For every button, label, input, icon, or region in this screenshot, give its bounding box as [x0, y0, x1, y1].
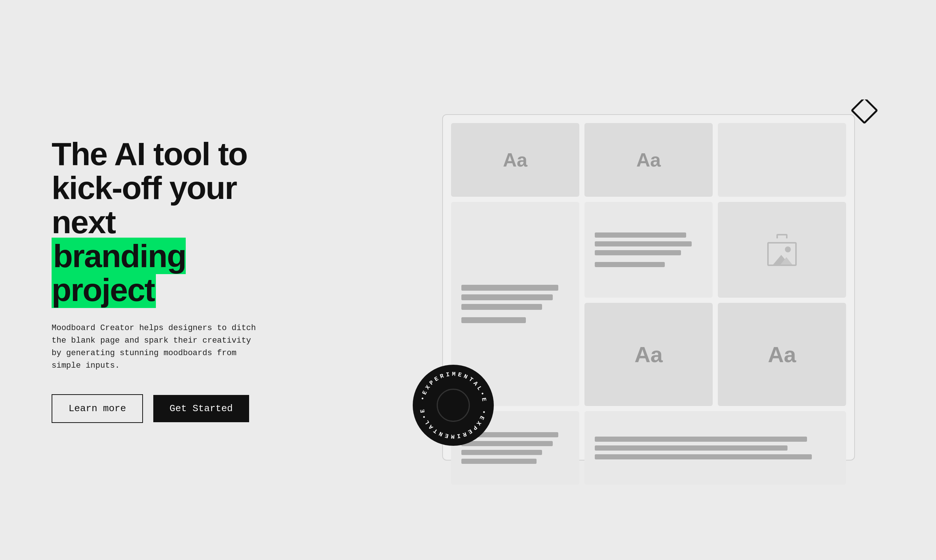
font-cell-4: Aa: [718, 303, 846, 406]
svg-rect-0: [852, 100, 877, 123]
learn-more-button[interactable]: Learn more: [52, 394, 143, 423]
stamp-text-svg: •EXPERIMENTAL•EXPERIMENTAL •EXPERIMENTAL…: [413, 365, 494, 446]
image-placeholder: [767, 234, 797, 266]
svg-text:•EXPERIMENTAL•EXPERIMENTAL: •EXPERIMENTAL•EXPERIMENTAL: [413, 365, 488, 404]
image-cell-1: [718, 202, 846, 298]
font-cell-2: Aa: [585, 123, 713, 197]
get-started-button[interactable]: Get Started: [153, 395, 249, 422]
font-cell-1: Aa: [451, 123, 579, 197]
headline-line1: The AI tool to: [52, 135, 247, 172]
experimental-stamp: •EXPERIMENTAL•EXPERIMENTAL •EXPERIMENTAL…: [413, 365, 494, 446]
font-cell-3: Aa: [585, 303, 713, 406]
diamond-icon: [848, 100, 881, 132]
hero-left: The AI tool to kick-off your next brandi…: [52, 137, 280, 423]
text-cell-4: [585, 411, 846, 485]
hero-buttons: Learn more Get Started: [52, 394, 280, 423]
text-cell-1: [585, 202, 713, 298]
hero-right: Aa Aa: [413, 85, 884, 490]
moodboard-grid: Aa Aa: [442, 114, 855, 460]
empty-cell-1: [718, 123, 846, 197]
headline-highlight: branding project: [52, 238, 186, 308]
headline-line2: kick-off your next: [52, 169, 237, 240]
hero-description: Moodboard Creator helps designers to dit…: [52, 322, 258, 372]
hero-headline: The AI tool to kick-off your next brandi…: [52, 137, 280, 307]
